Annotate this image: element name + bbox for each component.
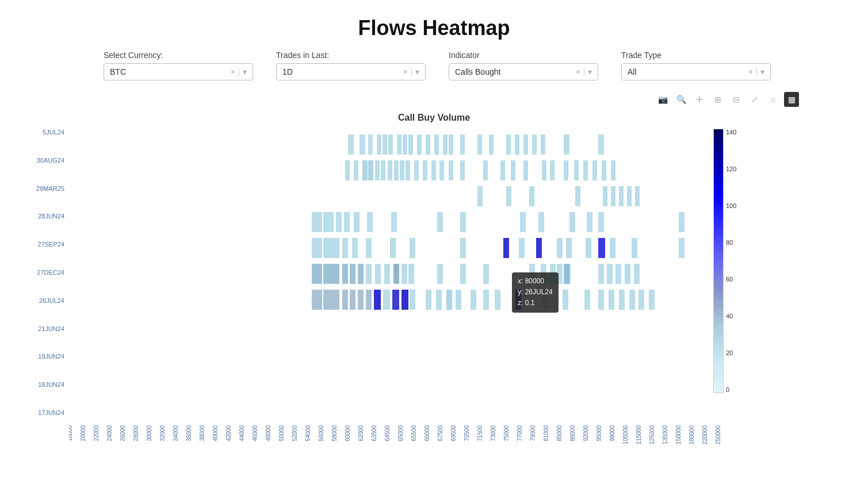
svg-rect-83	[410, 238, 415, 258]
trades-select[interactable]: 1D × ▾	[276, 63, 426, 80]
trade-type-select[interactable]: All × ▾	[621, 63, 771, 80]
svg-rect-115	[598, 264, 604, 284]
svg-rect-59	[627, 186, 632, 206]
svg-rect-133	[426, 290, 431, 310]
svg-rect-136	[456, 290, 461, 310]
svg-rect-78	[334, 238, 339, 258]
svg-text:81000: 81000	[543, 425, 549, 441]
trade-type-clear-icon[interactable]: ×	[748, 67, 753, 76]
svg-rect-118	[625, 264, 630, 284]
trades-label: Trades in Last:	[276, 51, 426, 60]
svg-rect-74	[598, 212, 604, 232]
sep4	[756, 68, 757, 76]
heatmap-container: x: 80000 y: 26JUL24 z: 0.1	[23, 129, 702, 418]
svg-rect-0	[348, 134, 354, 155]
svg-rect-34	[414, 160, 419, 180]
svg-rect-58	[619, 186, 624, 206]
zoom-button[interactable]: 🔍	[674, 92, 689, 107]
svg-text:22000: 22000	[93, 425, 100, 441]
svg-text:66000: 66000	[424, 425, 430, 441]
svg-rect-24	[345, 160, 350, 180]
svg-rect-3	[377, 134, 381, 155]
svg-rect-89	[566, 238, 572, 258]
svg-rect-26	[362, 160, 368, 180]
svg-rect-96	[323, 264, 334, 284]
svg-text:28000: 28000	[133, 425, 139, 441]
trade-type-label: Trade Type	[621, 51, 771, 60]
svg-rect-129	[383, 290, 390, 310]
svg-rect-86	[519, 238, 525, 258]
fullscreen-button[interactable]: ⤢	[747, 92, 762, 107]
svg-text:70500: 70500	[464, 425, 470, 441]
svg-text:67500: 67500	[437, 425, 443, 441]
currency-clear-icon[interactable]: ×	[231, 67, 235, 76]
svg-rect-62	[323, 212, 334, 232]
svg-rect-84	[460, 238, 466, 258]
svg-text:135000: 135000	[662, 425, 668, 445]
svg-text:75000: 75000	[503, 425, 510, 441]
indicator-dropdown-icon[interactable]: ▾	[588, 67, 592, 76]
svg-rect-80	[352, 238, 358, 258]
svg-text:52000: 52000	[292, 425, 298, 441]
colorbar-label-100: 100	[726, 202, 736, 209]
trades-clear-icon[interactable]: ×	[403, 67, 408, 76]
svg-rect-70	[520, 212, 526, 232]
svg-rect-120	[564, 264, 569, 284]
trades-dropdown-icon[interactable]: ▾	[415, 67, 419, 76]
currency-dropdown-icon[interactable]: ▾	[243, 67, 247, 76]
svg-rect-135	[446, 290, 452, 310]
colorbar-label-60: 60	[726, 276, 736, 283]
indicator-clear-icon[interactable]: ×	[576, 67, 580, 76]
crosshair-button[interactable]: ✛	[692, 92, 707, 107]
colorbar-labels: 140 120 100 80 60 40 20 0	[724, 129, 736, 393]
trade-type-value: All	[628, 67, 748, 76]
svg-rect-55	[575, 186, 580, 206]
svg-rect-77	[323, 238, 334, 258]
svg-text:69500: 69500	[450, 425, 457, 441]
svg-rect-14	[460, 134, 465, 155]
currency-select[interactable]: BTC × ▾	[104, 63, 253, 80]
svg-rect-32	[400, 160, 404, 180]
colorbar: 140 120 100 80 60 40 20 0	[713, 129, 736, 418]
svg-rect-109	[483, 264, 489, 284]
svg-rect-149	[649, 290, 655, 310]
svg-text:26000: 26000	[120, 425, 126, 441]
svg-text:20000: 20000	[80, 425, 86, 441]
svg-rect-1	[360, 134, 365, 155]
svg-rect-42	[511, 160, 515, 180]
svg-rect-64	[344, 212, 350, 232]
svg-rect-148	[638, 290, 644, 310]
colorbar-label-40: 40	[726, 313, 736, 320]
svg-rect-36	[431, 160, 436, 180]
svg-rect-104	[393, 264, 399, 284]
zoom-out-button[interactable]: ⊟	[729, 92, 744, 107]
svg-rect-54	[529, 186, 534, 206]
svg-rect-117	[615, 264, 621, 284]
svg-rect-72	[569, 212, 575, 232]
bar-chart-button[interactable]: ▦	[784, 92, 799, 107]
indicator-select[interactable]: Calls Bought × ▾	[449, 63, 598, 80]
svg-rect-140	[515, 290, 521, 310]
svg-rect-100	[358, 264, 364, 284]
svg-rect-105	[402, 264, 407, 284]
svg-text:115000: 115000	[636, 425, 642, 445]
camera-button[interactable]: 📷	[655, 92, 670, 107]
svg-text:105000: 105000	[622, 425, 629, 445]
svg-rect-68	[437, 212, 443, 232]
svg-text:180000: 180000	[689, 425, 695, 445]
svg-text:250000: 250000	[715, 425, 721, 445]
zoom-in-button[interactable]: ⊞	[710, 92, 725, 107]
svg-text:125000: 125000	[649, 425, 655, 445]
svg-rect-98	[342, 264, 348, 284]
svg-rect-127	[366, 290, 372, 310]
svg-rect-65	[354, 212, 360, 232]
svg-rect-18	[515, 134, 519, 155]
svg-rect-113	[557, 264, 563, 284]
sep3	[584, 68, 584, 76]
svg-rect-69	[460, 212, 466, 232]
home-button[interactable]: ⌂	[766, 92, 781, 107]
svg-rect-146	[619, 290, 625, 310]
svg-text:42000: 42000	[225, 425, 232, 441]
trade-type-control: Trade Type All × ▾	[621, 51, 771, 80]
trade-type-dropdown-icon[interactable]: ▾	[760, 67, 764, 76]
